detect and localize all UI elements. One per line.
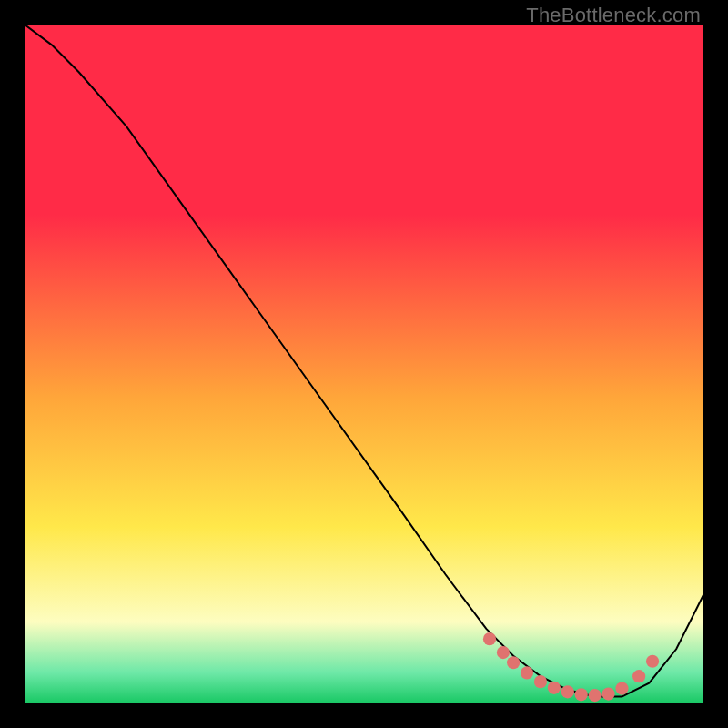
curve-dot bbox=[575, 688, 588, 701]
curve-dot bbox=[602, 687, 614, 700]
curve-dot bbox=[589, 689, 602, 702]
curve-dot bbox=[521, 666, 533, 679]
curve-dot bbox=[646, 655, 659, 668]
curve-dot bbox=[483, 632, 496, 645]
curve-layer bbox=[25, 25, 703, 703]
bottleneck-curve bbox=[25, 25, 703, 697]
curve-dot bbox=[548, 682, 561, 694]
chart-frame: TheBottleneck.com bbox=[0, 0, 728, 728]
curve-dot bbox=[632, 670, 645, 682]
plot-area bbox=[25, 25, 703, 703]
curve-dot bbox=[615, 682, 628, 695]
curve-dot bbox=[561, 685, 574, 698]
curve-dot bbox=[507, 656, 520, 669]
curve-dot bbox=[534, 675, 547, 688]
curve-dot bbox=[497, 646, 510, 659]
